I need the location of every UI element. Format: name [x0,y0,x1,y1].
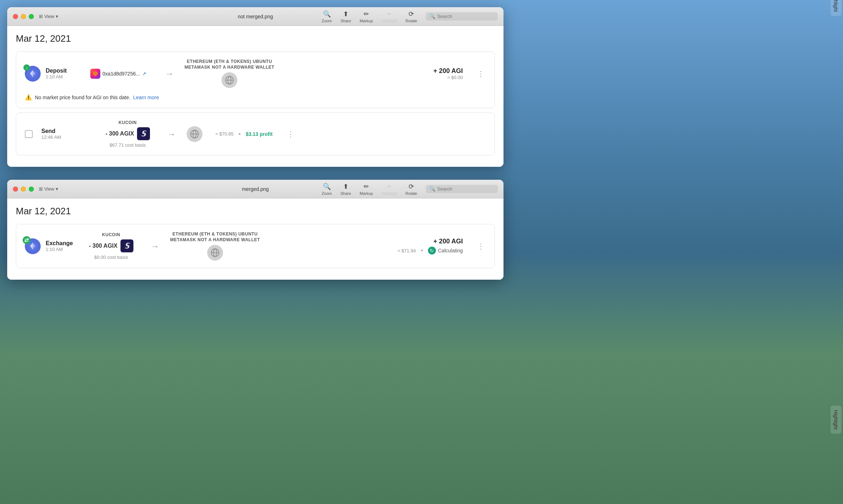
exchange-type: Exchange [46,240,73,247]
external-link-icon[interactable]: ↗ [142,71,146,77]
exchange-to-area: ETHEREUM (ETH & TOKENS) UBUNTUMETAMASK N… [170,232,260,261]
zoom-button-2[interactable]: 🔍 Zoom [322,183,332,196]
send-more-button[interactable]: ⋮ [286,128,296,140]
markup-button-1[interactable]: ✏ Markup [360,10,373,23]
share-label-2: Share [341,191,351,196]
content-area-2: Mar 12, 2021 [7,198,503,280]
maximize-button-1[interactable] [29,14,34,19]
learn-more-link[interactable]: Learn more [133,95,159,100]
rotate-icon-1: ⟳ [409,10,414,18]
highlight-text-bottom: Highlight [833,410,839,430]
calculating-icon: ↻ [428,247,436,255]
window-title-1: not merged.png [238,14,273,19]
send-type: Send [41,128,61,134]
rotate-button-1[interactable]: ⟳ Rotate [406,10,417,23]
zoom-button-1[interactable]: 🔍 Zoom [322,10,332,23]
deposit-more-button[interactable]: ⋮ [476,68,486,79]
exchange-card: Exchange 1:10 AM KUCOIN - 300 AGIX 𝕊 $0.… [16,224,495,268]
window-merged: ⊞ View ▾ merged.png 🔍 Zoom ⬆ Share ✏ Mar… [7,180,503,285]
search-input-1[interactable] [437,14,491,19]
exchange-arrow-icon: → [151,241,159,251]
zoom-label-2: Zoom [322,191,332,196]
svg-marker-0 [33,70,36,75]
rotate-label-2: Rotate [406,191,417,196]
search-input-2[interactable] [437,186,491,192]
deposit-amount-panel: + 200 AGI ≈ $0.00 [433,67,463,80]
share-icon-2: ⬆ [343,183,348,191]
zoom-label-1: Zoom [322,19,332,23]
maximize-button-2[interactable] [29,187,34,192]
kucoin-icon-1: 𝕊 [137,127,150,140]
close-button-2[interactable] [13,187,18,192]
metamask-icon [90,69,100,79]
date-header-2: Mar 12, 2021 [16,206,495,217]
send-source-label: KUCOIN [119,120,137,125]
deposit-warning-row: ⚠️ No market price found for AGI on this… [25,94,486,101]
exchange-more-button[interactable]: ⋮ [476,240,486,252]
highlight-icon-1: ✒ [387,10,392,18]
deposit-info: Deposit 1:10 AM [46,68,67,79]
exchange-cost-basis: $0.00 cost basis [94,255,128,260]
traffic-lights-2 [13,187,34,192]
exchange-time: 1:10 AM [46,247,73,252]
deposit-usd: ≈ $0.00 [447,75,463,80]
view-icon-2: ⊞ [39,186,43,192]
send-row: Send 12:46 AM KUCOIN - 300 AGIX 𝕊 $67.71… [25,120,486,148]
deposit-dest-globe [222,72,237,88]
send-icon-area: Send 12:46 AM [41,128,92,140]
exchange-source-label: KUCOIN [102,232,120,237]
highlight-label-2: Highlight [382,191,397,196]
title-bar-2: ⊞ View ▾ merged.png 🔍 Zoom ⬆ Share ✏ Mar… [7,180,503,198]
highlight-button-1[interactable]: ✒ Highlight [382,10,397,23]
highlight-button-2[interactable]: ✒ Highlight [382,183,397,196]
send-time: 12:46 AM [41,134,61,140]
toolbar-1: 🔍 Zoom ⬆ Share ✏ Markup ✒ Highlight ⟳ [322,10,498,23]
deposit-from: 0xa1d8d97256... ↗ [82,69,154,79]
exchange-from: KUCOIN - 300 AGIX 𝕊 $0.00 cost basis [82,232,140,260]
deposit-time: 1:10 AM [46,74,67,79]
send-checkbox[interactable] [25,130,33,138]
date-header-1: Mar 12, 2021 [16,33,495,44]
mac-window-2: ⊞ View ▾ merged.png 🔍 Zoom ⬆ Share ✏ Mar… [7,180,503,280]
deposit-icon-area: ↓ Deposit [25,66,75,82]
share-label-1: Share [341,19,351,23]
exchange-icon-wrapper [25,238,41,254]
svg-marker-12 [33,243,36,247]
minimize-button-1[interactable] [21,14,26,19]
search-bar-1[interactable]: 🔍 [426,12,498,20]
minimize-button-2[interactable] [21,187,26,192]
view-control-2[interactable]: ⊞ View ▾ [39,186,58,192]
send-profit: $3.13 profit [246,131,273,137]
deposit-type: Deposit [46,68,67,74]
exchange-row: Exchange 1:10 AM KUCOIN - 300 AGIX 𝕊 $0.… [25,232,486,261]
markup-button-2[interactable]: ✏ Markup [360,183,373,196]
send-dest-globe [187,126,202,142]
rotate-button-2[interactable]: ⟳ Rotate [406,183,417,196]
exchange-arrows-badge [23,236,31,244]
deposit-arrow-badge: ↓ [23,64,30,71]
deposit-card: ↓ Deposit [16,51,495,108]
share-button-2[interactable]: ⬆ Share [341,183,351,196]
exchange-amount: + 200 AGI [433,238,463,245]
close-button-1[interactable] [13,14,18,19]
deposit-amount: + 200 AGI [433,67,463,75]
window-title-2: merged.png [242,186,269,192]
kucoin-icon-2: 𝕊 [120,239,133,252]
highlight-label-1: Highlight [382,19,397,23]
view-icon-1: ⊞ [39,14,43,19]
svg-marker-1 [30,70,33,75]
deposit-dest-label: ETHEREUM (ETH & TOKENS) UBUNTUMETAMASK N… [184,59,274,70]
deposit-address: 0xa1d8d97256... [102,71,140,77]
highlight-label-bottom: Highlight [830,406,841,434]
view-control-1[interactable]: ⊞ View ▾ [39,14,58,19]
send-usd: ≈ $70.85 [215,131,234,137]
send-from-amount: - 300 AGIX [105,130,134,137]
view-label-1[interactable]: View [44,14,54,19]
zoom-in-icon-2: 🔍 [323,183,331,191]
deposit-warning-text: No market price found for AGI on this da… [35,95,130,100]
share-button-1[interactable]: ⬆ Share [341,10,351,23]
search-icon-2: 🔍 [429,186,435,192]
exchange-usd: ≈ $71.94 [398,248,416,253]
view-label-2[interactable]: View [44,186,54,192]
search-bar-2[interactable]: 🔍 [426,185,498,193]
